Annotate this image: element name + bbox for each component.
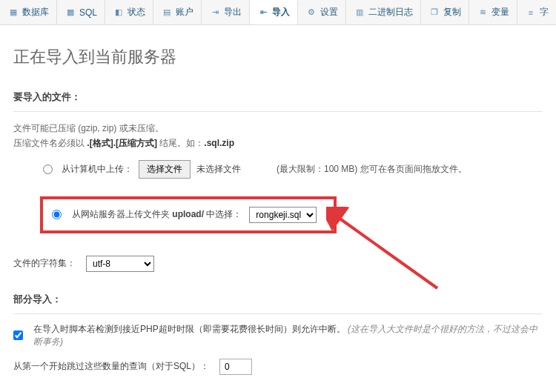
radio-from-computer[interactable]: [43, 165, 53, 174]
variables-icon: ≋: [477, 7, 489, 19]
section-file-to-import: 要导入的文件：: [13, 90, 543, 104]
upload-from-server-highlight: 从网站服务器上传文件夹 upload/ 中选择： rongkeji.sql: [40, 196, 337, 233]
separator: [13, 313, 543, 314]
server-file-select[interactable]: rongkeji.sql: [249, 207, 317, 223]
tab-label: 状态: [128, 6, 145, 19]
separator: [13, 111, 543, 112]
tab-status[interactable]: ◧ 状态: [105, 0, 153, 24]
tab-database[interactable]: ▦ 数据库: [0, 0, 57, 24]
annotation-arrow: [326, 207, 445, 296]
server-upload-label: 从网站服务器上传文件夹 upload/ 中选择：: [72, 208, 242, 221]
desc-line1: 文件可能已压缩 (gzip, zip) 或未压缩。: [13, 123, 164, 133]
tab-import[interactable]: ⇤ 导入: [250, 1, 298, 25]
tab-label: 字: [540, 6, 549, 19]
tab-variables[interactable]: ≋ 变量: [469, 0, 517, 24]
choose-file-button[interactable]: 选择文件: [139, 160, 191, 179]
tab-label: 设置: [320, 6, 338, 19]
tab-label: 数据库: [22, 6, 49, 19]
database-icon: ▦: [7, 7, 19, 19]
tab-sql[interactable]: ▩ SQL: [57, 0, 105, 24]
desc-line2a: 压缩文件名必须以: [13, 138, 87, 148]
tab-copy[interactable]: ❐ 复制: [421, 0, 469, 24]
tab-label: 变量: [492, 6, 509, 19]
binlog-icon: ▥: [354, 7, 365, 19]
tab-label: 导出: [224, 6, 242, 19]
skip-queries-row: 从第一个开始跳过这些数量的查询（对于SQL）：: [13, 359, 543, 375]
tab-binlog[interactable]: ▥ 二进制日志: [346, 0, 421, 24]
radio-from-server[interactable]: [52, 210, 62, 219]
partial-import-row: 在导入时脚本若检测到接近PHP超时时限（即需要花费很长时间）则允许中断。 (这在…: [13, 323, 543, 348]
charset-label: 文件的字符集：: [13, 257, 76, 270]
partial-desc: 在导入时脚本若检测到接近PHP超时时限（即需要花费很长时间）则允许中断。 (这在…: [33, 323, 543, 348]
max-limit-hint: (最大限制：100 MB) 您可在各页面间拖放文件。: [277, 163, 467, 176]
file-desc: 文件可能已压缩 (gzip, zip) 或未压缩。 压缩文件名必须以 .[格式]…: [13, 121, 543, 151]
sql-icon: ▩: [64, 7, 76, 19]
skip-queries-input[interactable]: [219, 359, 252, 375]
import-icon: ⇤: [257, 6, 269, 18]
tab-char[interactable]: ≡ 字: [517, 0, 556, 24]
tab-accounts[interactable]: ▤ 账户: [153, 0, 202, 24]
tab-label: SQL: [79, 7, 97, 18]
desc-line2c: 结尾。如：: [157, 138, 204, 148]
svg-line-0: [334, 214, 437, 288]
page-title: 正在导入到当前服务器: [13, 46, 543, 68]
export-icon: ⇥: [209, 7, 221, 19]
upload-from-computer-row: 从计算机中上传： 选择文件 未选择文件 (最大限制：100 MB) 您可在各页面…: [43, 160, 543, 179]
copy-icon: ❐: [428, 7, 440, 19]
tab-label: 复制: [443, 6, 461, 19]
tab-export[interactable]: ⇥ 导出: [202, 0, 250, 24]
charset-row: 文件的字符集： utf-8: [13, 256, 543, 272]
skip-queries-label: 从第一个开始跳过这些数量的查询（对于SQL）：: [13, 360, 209, 373]
char-icon: ≡: [525, 7, 537, 19]
upload-computer-label: 从计算机中上传：: [62, 163, 133, 176]
no-file-selected: 未选择文件: [196, 163, 241, 176]
desc-example: .sql.zip: [204, 138, 234, 148]
charset-select[interactable]: utf-8: [86, 256, 154, 272]
status-icon: ◧: [113, 7, 125, 19]
desc-format: .[格式].[压缩方式]: [87, 138, 157, 148]
tab-settings[interactable]: ⚙ 设置: [298, 0, 346, 24]
tabs-bar: ▦ 数据库 ▩ SQL ◧ 状态 ▤ 账户 ⇥ 导出 ⇤ 导入 ⚙ 设置 ▥ 二…: [0, 0, 556, 25]
tab-label: 二进制日志: [368, 6, 413, 19]
allow-interrupt-checkbox[interactable]: [13, 330, 23, 340]
section-partial-import: 部分导入：: [13, 293, 543, 306]
gear-icon: ⚙: [305, 7, 317, 19]
page-body: 正在导入到当前服务器 要导入的文件： 文件可能已压缩 (gzip, zip) 或…: [0, 25, 556, 392]
tab-label: 账户: [176, 6, 193, 19]
tab-label: 导入: [272, 6, 290, 19]
accounts-icon: ▤: [161, 7, 173, 19]
